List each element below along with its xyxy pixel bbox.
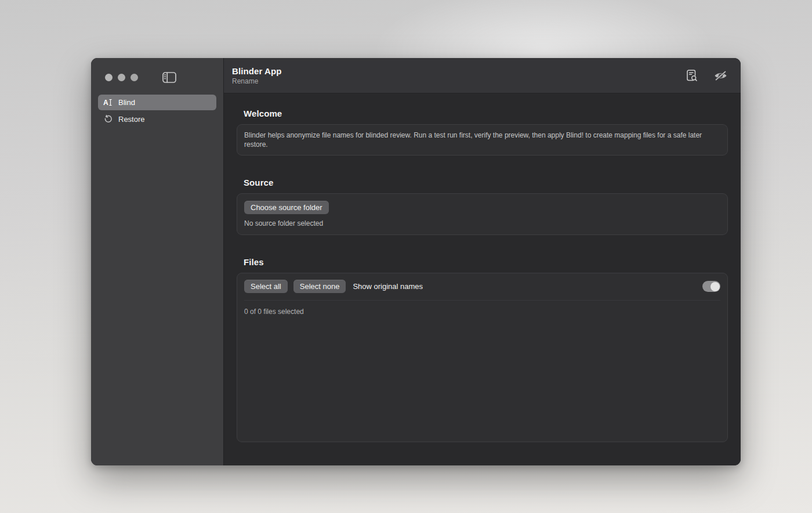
files-heading: Files (244, 257, 728, 267)
source-card: Choose source folder No source folder se… (237, 193, 728, 235)
app-title: Blinder App (232, 66, 282, 76)
traffic-lights (105, 74, 138, 81)
close-window-button[interactable] (105, 74, 113, 81)
sidebar-item-label: Blind (118, 98, 135, 107)
sidebar-item-restore[interactable]: Restore (98, 111, 216, 127)
toggle-knob (710, 282, 720, 291)
rename-options-heading: Rename options (244, 464, 728, 465)
welcome-card: Blinder helps anonymize file names for b… (237, 124, 728, 156)
main-panel: Blinder App Rename (224, 58, 741, 465)
choose-source-folder-button[interactable]: Choose source folder (244, 201, 329, 214)
welcome-heading: Welcome (244, 109, 728, 118)
eye-slash-icon[interactable] (712, 68, 729, 83)
titlebar (91, 58, 223, 84)
select-all-button[interactable]: Select all (244, 280, 288, 293)
welcome-text: Blinder helps anonymize file names for b… (244, 131, 714, 149)
minimize-window-button[interactable] (118, 74, 125, 81)
sidebar-toggle-icon[interactable] (161, 70, 177, 84)
sidebar-nav: A Blind Restore (98, 95, 216, 127)
files-selection-status: 0 of 0 files selected (237, 301, 727, 323)
restore-arrow-icon (103, 115, 113, 124)
main-header: Blinder App Rename (224, 58, 741, 93)
show-original-names-label: Show original names (353, 282, 423, 291)
files-card: Select all Select none Show original nam… (237, 273, 728, 442)
sidebar-item-blind[interactable]: A Blind (98, 95, 216, 110)
character-cursor-icon: A (103, 98, 113, 107)
source-status-text: No source folder selected (244, 219, 720, 227)
sidebar: A Blind Restore (91, 58, 224, 465)
zoom-window-button[interactable] (130, 74, 138, 81)
select-none-button[interactable]: Select none (293, 280, 346, 293)
app-window: A Blind Restore (91, 58, 741, 465)
document-search-icon[interactable] (683, 68, 700, 83)
files-toolbar: Select all Select none Show original nam… (237, 273, 727, 299)
sidebar-item-label: Restore (118, 115, 145, 124)
page-subtitle: Rename (232, 77, 282, 85)
show-original-names-toggle[interactable] (702, 281, 720, 292)
content-area[interactable]: Welcome Blinder helps anonymize file nam… (224, 93, 741, 465)
source-heading: Source (244, 178, 728, 187)
svg-text:A: A (103, 99, 108, 107)
